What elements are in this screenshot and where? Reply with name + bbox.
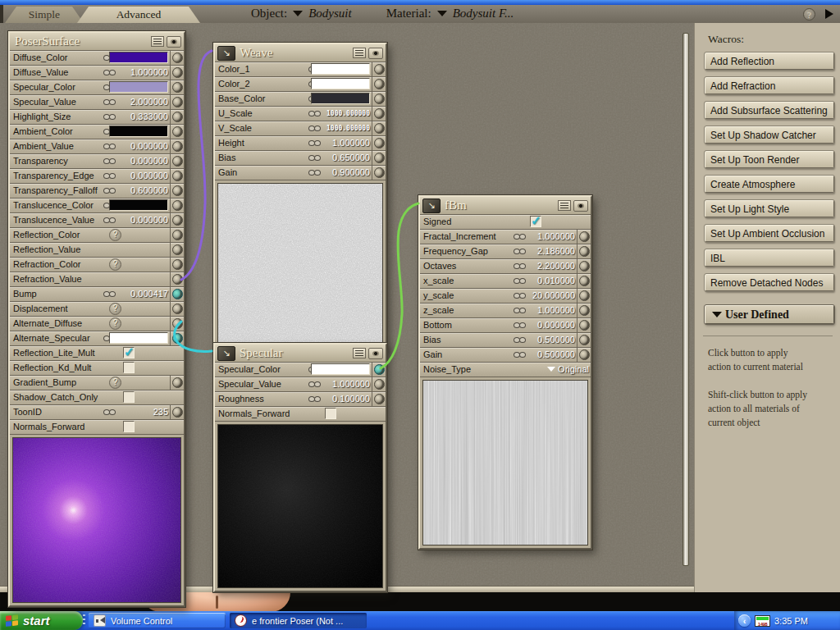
material-dropdown-icon[interactable] (437, 11, 447, 16)
plug-icon[interactable] (579, 305, 590, 316)
wacro-button[interactable]: IBL (705, 249, 834, 267)
wacro-button[interactable]: Set Up Light Style (705, 200, 834, 217)
color-swatch[interactable] (109, 199, 168, 211)
checkbox[interactable] (123, 421, 135, 432)
plug-icon[interactable] (579, 335, 590, 345)
plug-icon[interactable] (172, 141, 183, 152)
param-value[interactable]: 0.000000 (130, 156, 168, 166)
node-menu-icon[interactable] (558, 200, 571, 211)
question-icon[interactable]: ? (109, 303, 121, 315)
node-visibility-eye-icon[interactable] (167, 36, 181, 48)
fbm-node[interactable]: ↘ fBm SignedFractal_Increment1.000000Fre… (418, 195, 592, 550)
tray-clock[interactable]: 3:35 PM (774, 616, 808, 626)
object-dropdown-icon[interactable] (293, 11, 303, 16)
specular-node[interactable]: ↘ Specular Specular_ColorSpecular_Value1… (213, 343, 387, 592)
color-swatch[interactable] (311, 363, 370, 375)
param-value[interactable]: 0.500000 (537, 349, 575, 359)
plug-icon[interactable] (374, 167, 385, 178)
param-value[interactable]: 1000.000000 (326, 110, 370, 117)
node-visibility-eye-icon[interactable] (368, 348, 383, 359)
checkbox[interactable] (123, 347, 135, 358)
param-value[interactable]: 235 (153, 407, 168, 417)
param-value[interactable]: 0.000000 (130, 215, 168, 225)
plug-icon[interactable] (172, 156, 183, 167)
param-value[interactable]: 0.333000 (130, 112, 168, 121)
plug-icon[interactable] (374, 153, 385, 163)
param-value[interactable]: 0.000000 (537, 320, 575, 330)
plug-icon[interactable] (374, 108, 385, 119)
question-icon[interactable]: ? (109, 377, 121, 389)
wacro-button[interactable]: Add Subsurface Scattering (705, 102, 834, 119)
plug-icon[interactable] (172, 185, 183, 196)
start-button[interactable]: start (0, 611, 83, 630)
param-value[interactable]: 0.650000 (332, 153, 370, 162)
checkbox[interactable] (123, 391, 135, 403)
plug-icon[interactable] (579, 261, 590, 272)
canvas-scrollbar[interactable] (682, 33, 689, 566)
plug-icon[interactable] (172, 377, 183, 388)
param-value[interactable]: 1.000000 (537, 305, 575, 315)
param-value[interactable]: 0.600000 (130, 185, 168, 195)
plug-icon[interactable] (579, 349, 590, 360)
plug-icon[interactable] (374, 123, 385, 134)
param-value[interactable]: 1.000000 (130, 67, 168, 77)
node-menu-icon[interactable] (151, 36, 164, 47)
wacro-button[interactable]: Set Up Ambient Occlusion (705, 225, 834, 242)
plug-icon[interactable] (579, 276, 590, 286)
posersurface-node[interactable]: PoserSurface Diffuse_ColorDiffuse_Value1… (8, 31, 185, 607)
plug-icon[interactable] (374, 379, 385, 390)
tray-meter-icon[interactable]: 1498 (755, 615, 770, 627)
param-value[interactable]: 0.000417 (130, 289, 168, 299)
param-value[interactable]: 20.000000 (532, 290, 575, 300)
plug-icon[interactable] (579, 290, 590, 301)
param-value[interactable]: 1.000000 (537, 231, 575, 241)
taskbar-grip-handle[interactable] (83, 614, 85, 627)
wacro-button[interactable]: Add Reflection (705, 52, 834, 70)
plug-icon[interactable] (374, 138, 385, 148)
node-output-plug-icon[interactable]: ↘ (217, 46, 235, 61)
object-value[interactable]: Bodysuit (308, 7, 352, 21)
color-swatch[interactable] (109, 81, 168, 93)
param-value[interactable]: 1.000000 (332, 379, 370, 389)
weave-header[interactable]: ↘ Weave (215, 44, 386, 62)
specular-header[interactable]: ↘ Specular (215, 345, 386, 363)
plug-icon[interactable] (579, 320, 590, 331)
color-swatch[interactable] (109, 126, 168, 137)
tray-chevron-icon[interactable] (738, 614, 751, 627)
node-output-plug-icon[interactable]: ↘ (217, 346, 235, 361)
tab-simple[interactable]: Simple (5, 7, 84, 23)
plug-icon[interactable] (374, 94, 385, 104)
param-value[interactable]: 2.186000 (537, 246, 575, 256)
param-value[interactable]: 0.100000 (332, 394, 370, 404)
node-menu-icon[interactable] (353, 348, 366, 358)
node-menu-icon[interactable] (353, 48, 366, 58)
plug-icon[interactable] (374, 79, 385, 89)
material-value[interactable]: Bodysuit F... (453, 7, 514, 21)
plug-icon[interactable] (172, 274, 183, 285)
param-value[interactable]: 1000.000000 (326, 125, 370, 132)
param-value[interactable]: 2.200000 (537, 261, 575, 271)
play-arrow-icon[interactable] (825, 9, 833, 19)
plug-icon[interactable] (172, 259, 183, 270)
checkbox[interactable] (325, 408, 336, 419)
color-swatch[interactable] (311, 78, 370, 89)
posersurface-header[interactable]: PoserSurface (10, 33, 184, 51)
plug-icon[interactable] (374, 394, 385, 404)
plug-icon[interactable] (172, 318, 183, 329)
wacro-button[interactable]: Set Up Shadow Catcher (705, 126, 834, 144)
color-swatch[interactable] (109, 52, 168, 63)
tab-advanced[interactable]: Advanced (77, 7, 200, 23)
plug-icon[interactable] (374, 64, 385, 75)
color-swatch[interactable] (311, 63, 370, 75)
noise-type-dropdown[interactable]: Original (547, 364, 589, 374)
node-output-plug-icon[interactable]: ↘ (422, 199, 441, 213)
question-icon[interactable]: ? (109, 229, 121, 241)
question-icon[interactable]: ? (109, 317, 121, 330)
plug-icon[interactable] (172, 200, 183, 211)
color-swatch[interactable] (109, 332, 168, 344)
wacro-button[interactable]: Remove Detached Nodes (705, 274, 834, 291)
param-value[interactable]: 1.000000 (332, 138, 370, 148)
plug-icon[interactable] (172, 126, 183, 137)
plug-icon[interactable] (172, 112, 183, 122)
plug-icon[interactable] (172, 244, 183, 255)
